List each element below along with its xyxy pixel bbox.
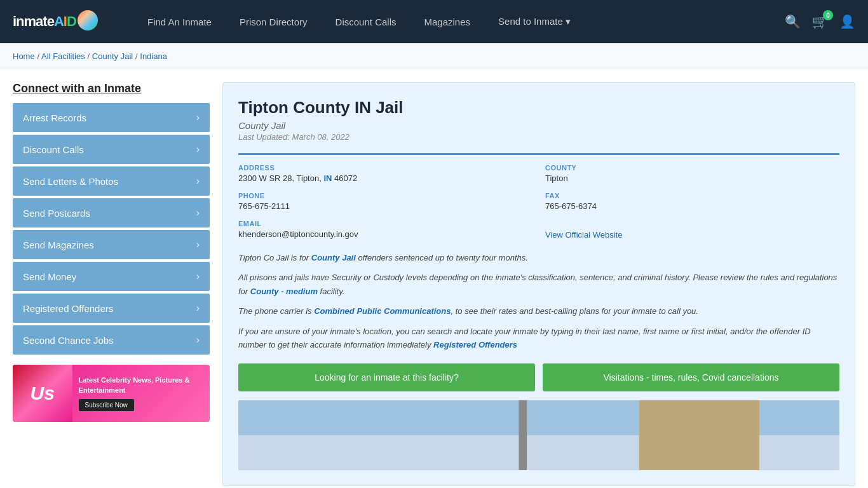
fax-value: 765-675-6374 xyxy=(545,201,839,211)
breadcrumb-home[interactable]: Home xyxy=(13,51,35,61)
sidebar-label-second-chance-jobs: Second Chance Jobs xyxy=(23,335,114,346)
website-spacer xyxy=(545,220,839,227)
detail-email: EMAIL khenderson@tiptoncounty.in.gov xyxy=(238,220,532,240)
sidebar: Connect with an Inmate Arrest Records › … xyxy=(13,82,210,486)
nav-right: 🔍 🛒 0 👤 xyxy=(785,14,855,29)
ad-content: Latest Celebrity News, Pictures & Entert… xyxy=(72,365,210,422)
chevron-right-icon: › xyxy=(196,112,200,123)
sidebar-item-second-chance-jobs[interactable]: Second Chance Jobs › xyxy=(13,325,210,355)
find-inmate-button[interactable]: Looking for an inmate at this facility? xyxy=(238,363,535,391)
main-nav: Find An Inmate Prison Directory Discount… xyxy=(133,0,766,43)
email-label: EMAIL xyxy=(238,220,532,227)
detail-phone: PHONE 765-675-2111 xyxy=(238,192,532,211)
county-label: COUNTY xyxy=(545,164,839,172)
chevron-right-icon: › xyxy=(196,207,200,219)
nav-send-to-inmate[interactable]: Send to Inmate ▾ xyxy=(484,0,585,43)
email-value: khenderson@tiptoncounty.in.gov xyxy=(238,229,532,239)
sidebar-item-send-magazines[interactable]: Send Magazines › xyxy=(13,230,210,259)
facility-buttons: Looking for an inmate at this facility? … xyxy=(238,363,839,391)
sidebar-item-send-letters-photos[interactable]: Send Letters & Photos › xyxy=(13,166,210,196)
user-icon[interactable]: 👤 xyxy=(839,14,855,29)
address-value: 2300 W SR 28, Tipton, IN 46072 xyxy=(238,173,532,183)
chevron-right-icon: › xyxy=(196,239,200,250)
ad-headline: Latest Celebrity News, Pictures & Entert… xyxy=(79,376,203,395)
logo[interactable]: inmateAID xyxy=(13,11,114,32)
sidebar-label-registered-offenders: Registered Offenders xyxy=(23,303,113,314)
facility-last-updated: Last Updated: March 08, 2022 xyxy=(238,132,839,142)
website-link[interactable]: View Official Website xyxy=(545,230,622,240)
logo-icon xyxy=(78,10,98,30)
chevron-right-icon: › xyxy=(196,144,200,155)
sidebar-item-registered-offenders[interactable]: Registered Offenders › xyxy=(13,294,210,323)
nav-find-inmate[interactable]: Find An Inmate xyxy=(133,0,226,43)
phone-carrier-link[interactable]: Combined Public Communications xyxy=(314,306,451,316)
breadcrumb: Home / All Facilities / County Jail / In… xyxy=(0,43,868,69)
facility-desc-4: If you are unsure of your inmate's locat… xyxy=(238,325,839,352)
sidebar-item-send-money[interactable]: Send Money › xyxy=(13,262,210,291)
nav-prison-directory[interactable]: Prison Directory xyxy=(226,0,322,43)
logo-text: inmateAID xyxy=(13,13,76,30)
detail-fax: FAX 765-675-6374 xyxy=(545,192,839,211)
fax-label: FAX xyxy=(545,192,839,200)
address-label: ADDRESS xyxy=(238,164,532,172)
breadcrumb-county-jail[interactable]: County Jail xyxy=(92,51,133,61)
sidebar-item-arrest-records[interactable]: Arrest Records › xyxy=(13,103,210,132)
sidebar-item-send-postcards[interactable]: Send Postcards › xyxy=(13,198,210,227)
sidebar-item-discount-calls[interactable]: Discount Calls › xyxy=(13,135,210,164)
phone-label: PHONE xyxy=(238,192,532,200)
facility-card: Tipton County IN Jail County Jail Last U… xyxy=(222,82,855,486)
breadcrumb-all-facilities[interactable]: All Facilities xyxy=(41,51,85,61)
chevron-right-icon: › xyxy=(196,271,200,282)
sidebar-label-discount-calls: Discount Calls xyxy=(23,144,84,155)
sidebar-label-arrest-records: Arrest Records xyxy=(23,112,86,123)
breadcrumb-state[interactable]: Indiana xyxy=(140,51,167,61)
sidebar-label-send-magazines: Send Magazines xyxy=(23,240,94,250)
chevron-right-icon: › xyxy=(196,302,200,314)
registered-offenders-link[interactable]: Registered Offenders xyxy=(433,340,517,349)
chevron-right-icon: › xyxy=(196,175,200,187)
county-medium-link[interactable]: County - medium xyxy=(250,287,318,296)
ad-subscribe-button[interactable]: Subscribe Now xyxy=(79,399,134,411)
chevron-right-icon: › xyxy=(196,334,200,346)
nav-discount-calls[interactable]: Discount Calls xyxy=(322,0,410,43)
county-value: Tipton xyxy=(545,173,839,183)
facility-image xyxy=(238,400,839,470)
header: inmateAID Find An Inmate Prison Director… xyxy=(0,0,868,43)
visitations-button[interactable]: Visitations - times, rules, Covid cancel… xyxy=(543,363,839,391)
facility-desc-2: All prisons and jails have Security or C… xyxy=(238,271,839,298)
county-jail-link-1[interactable]: County Jail xyxy=(311,253,356,262)
sidebar-title: Connect with an Inmate xyxy=(13,82,210,95)
detail-address: ADDRESS 2300 W SR 28, Tipton, IN 46072 xyxy=(238,164,532,183)
facility-desc-3: The phone carrier is Combined Public Com… xyxy=(238,304,839,318)
main-content: Connect with an Inmate Arrest Records › … xyxy=(0,69,868,488)
facility-desc-1: Tipton Co Jail is for County Jail offend… xyxy=(238,251,839,264)
cart-icon[interactable]: 🛒 0 xyxy=(812,14,828,29)
detail-county: COUNTY Tipton xyxy=(545,164,839,183)
sidebar-menu: Arrest Records › Discount Calls › Send L… xyxy=(13,103,210,355)
detail-website: View Official Website xyxy=(545,220,839,240)
facility-details: ADDRESS 2300 W SR 28, Tipton, IN 46072 C… xyxy=(238,153,839,240)
sidebar-advertisement[interactable]: Us Latest Celebrity News, Pictures & Ent… xyxy=(13,365,210,422)
search-icon[interactable]: 🔍 xyxy=(785,14,801,29)
sidebar-label-send-postcards: Send Postcards xyxy=(23,208,90,219)
nav-magazines[interactable]: Magazines xyxy=(410,0,484,43)
cart-badge: 0 xyxy=(823,10,833,20)
ad-image: Us xyxy=(13,365,72,422)
facility-type: County Jail xyxy=(238,120,839,131)
phone-value: 765-675-2111 xyxy=(238,201,532,211)
sidebar-label-send-money: Send Money xyxy=(23,271,76,282)
sidebar-label-send-letters-photos: Send Letters & Photos xyxy=(23,176,118,187)
facility-name: Tipton County IN Jail xyxy=(238,98,839,118)
